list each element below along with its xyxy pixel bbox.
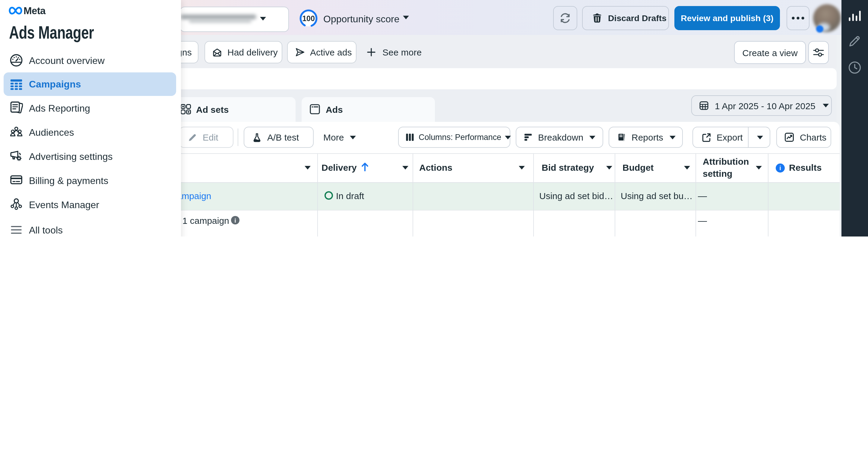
svg-text:100: 100 xyxy=(302,14,315,23)
svg-text:Meta: Meta xyxy=(24,5,46,16)
